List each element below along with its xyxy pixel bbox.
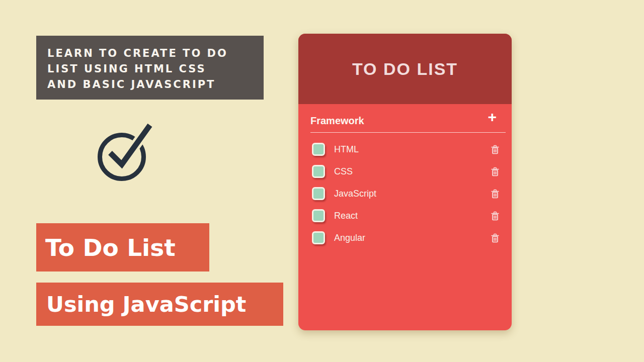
- app-title: TO DO LIST: [352, 59, 458, 79]
- title-badge-js-label: Using JavaScript: [46, 292, 246, 317]
- add-task-button[interactable]: +: [488, 112, 497, 122]
- thumbnail-canvas: LEARN TO CREATE TO DO LIST USING HTML CS…: [0, 0, 644, 362]
- item-checkbox[interactable]: [312, 209, 325, 222]
- item-label: CSS: [334, 166, 353, 177]
- item-checkbox[interactable]: [312, 143, 325, 156]
- headline-line-1: LEARN TO CREATE TO DO: [47, 46, 264, 61]
- item-label: JavaScript: [334, 189, 376, 199]
- item-label: React: [334, 211, 358, 221]
- todo-item-row: CSS: [298, 160, 512, 183]
- list-header: Framework +: [298, 104, 512, 132]
- item-checkbox[interactable]: [312, 187, 325, 200]
- todo-item-row: Angular: [298, 227, 512, 249]
- todo-item-row: JavaScript: [298, 183, 512, 205]
- todo-item-row: React: [298, 205, 512, 227]
- todo-item-row: HTML: [298, 138, 512, 160]
- list-title: Framework: [310, 115, 364, 127]
- trash-icon[interactable]: [491, 167, 499, 176]
- trash-icon[interactable]: [491, 211, 499, 221]
- todo-list: HTML CSS: [298, 133, 512, 249]
- title-badge-todo-label: To Do List: [45, 234, 176, 261]
- item-checkbox[interactable]: [312, 231, 325, 244]
- headline-line-3: AND BASIC JAVASCRIPT: [47, 77, 264, 93]
- trash-icon[interactable]: [491, 145, 499, 154]
- app-body: Framework + HTML: [298, 104, 512, 249]
- headline-banner: LEARN TO CREATE TO DO LIST USING HTML CS…: [36, 36, 264, 100]
- todo-app-card: TO DO LIST Framework + HTML: [298, 34, 512, 330]
- trash-icon[interactable]: [491, 233, 499, 243]
- item-label: HTML: [334, 144, 359, 155]
- headline-line-2: LIST USING HTML CSS: [47, 61, 264, 77]
- title-badge-todo: To Do List: [36, 223, 209, 272]
- app-header: TO DO LIST: [298, 34, 512, 104]
- item-checkbox[interactable]: [312, 165, 325, 178]
- checkmark-icon: [98, 120, 155, 183]
- title-badge-js: Using JavaScript: [36, 283, 283, 326]
- item-label: Angular: [334, 233, 365, 243]
- trash-icon[interactable]: [491, 189, 499, 199]
